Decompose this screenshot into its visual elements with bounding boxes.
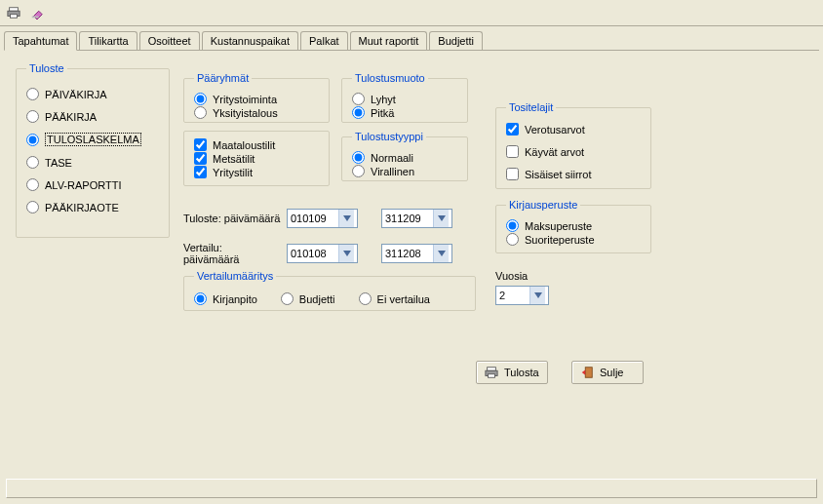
dropdown-icon[interactable] xyxy=(338,210,354,227)
tilit-opt-maataloustilit[interactable]: Maataloustilit xyxy=(194,138,319,151)
tab-muut-raportit[interactable]: Muut raportit xyxy=(350,31,428,51)
tulostusmuoto-group: Tulostusmuoto Lyhyt Pitkä xyxy=(341,72,468,123)
svg-marker-9 xyxy=(534,292,542,298)
paaryhmat-group: Pääryhmät Yritystoiminta Yksityistalous xyxy=(183,72,330,123)
tilit-opt-metsatilit[interactable]: Metsätilit xyxy=(194,152,319,165)
tulostustyyppi-group: Tulostustyyppi Normaali Virallinen xyxy=(341,131,468,181)
svg-marker-7 xyxy=(343,251,351,256)
tulostusmuoto-legend: Tulostusmuoto xyxy=(352,72,428,84)
tositelajit-group: Tositelajit Verotusarvot Käyvät arvot Si… xyxy=(495,101,651,189)
printer-icon xyxy=(7,6,20,19)
print-icon-button[interactable] xyxy=(3,2,24,23)
tositelajit-opt-sisaiset-siirrot[interactable]: Sisäiset siirrot xyxy=(506,168,641,180)
tositelajit-opt-verotusarvot[interactable]: Verotusarvot xyxy=(506,123,641,136)
tuloste-date-to-input[interactable] xyxy=(382,213,433,224)
tuloste-opt-tuloslaskelma[interactable]: TULOSLASKELMA xyxy=(26,133,159,146)
vertailu-date-from-input[interactable] xyxy=(288,248,338,259)
sulje-button[interactable]: Sulje xyxy=(571,361,644,384)
svg-marker-14 xyxy=(582,369,586,374)
printer-icon xyxy=(485,366,498,379)
tilit-group: Maataloustilit Metsätilit Yritystilit xyxy=(183,131,330,186)
chevron-down-icon xyxy=(343,251,351,256)
vuosia-input[interactable] xyxy=(496,290,529,301)
paaryhmat-opt-yritystoiminta[interactable]: Yritystoiminta xyxy=(194,93,319,105)
svg-marker-3 xyxy=(34,11,43,19)
tab-osoitteet[interactable]: Osoitteet xyxy=(139,31,200,51)
eraser-icon xyxy=(30,6,44,19)
dropdown-icon[interactable] xyxy=(338,245,354,262)
vertailumaaritys-opt-ei-vertailua[interactable]: Ei vertailua xyxy=(359,292,430,305)
tuloste-date-from-input[interactable] xyxy=(288,213,338,224)
tuloste-opt-alv-raportti[interactable]: ALV-RAPORTTI xyxy=(26,178,159,191)
tositelajit-opt-kayvat-arvot[interactable]: Käyvät arvot xyxy=(506,145,641,158)
tab-tilikartta[interactable]: Tilikartta xyxy=(79,31,137,51)
tab-budjetti[interactable]: Budjetti xyxy=(429,31,483,51)
dialog-buttons: Tulosta Sulje xyxy=(476,361,644,384)
vertailumaaritys-group: Vertailumääritys Kirjanpito Budjetti Ei … xyxy=(183,270,476,311)
chevron-down-icon xyxy=(534,292,542,298)
tulosta-button[interactable]: Tulosta xyxy=(476,361,548,384)
vuosia-combo[interactable] xyxy=(495,286,549,305)
vuosia-label: Vuosia xyxy=(495,270,528,282)
tulostustyyppi-opt-normaali[interactable]: Normaali xyxy=(352,151,457,164)
svg-rect-13 xyxy=(585,368,592,378)
tuloste-opt-paakirjaote[interactable]: PÄÄKIRJAOTE xyxy=(26,201,159,213)
vertailu-date-to[interactable] xyxy=(381,244,452,263)
eraser-icon-button[interactable] xyxy=(26,2,48,23)
status-bar xyxy=(6,479,817,498)
tab-palkat[interactable]: Palkat xyxy=(300,31,348,51)
vertailumaaritys-opt-kirjanpito[interactable]: Kirjanpito xyxy=(194,292,257,305)
tuloste-opt-tase[interactable]: TASE xyxy=(26,156,159,169)
chevron-down-icon xyxy=(438,215,446,221)
vertailu-date-from[interactable] xyxy=(287,244,358,263)
kirjausperuste-group: Kirjausperuste Maksuperuste Suoriteperus… xyxy=(495,199,651,253)
vertailu-date-label: Vertailu: päivämäärä xyxy=(183,242,281,265)
dropdown-icon[interactable] xyxy=(433,245,449,262)
tuloste-legend: Tuloste xyxy=(26,62,67,74)
tuloste-date-from[interactable] xyxy=(287,209,358,228)
tab-tapahtumat[interactable]: Tapahtumat xyxy=(4,31,77,51)
kirjausperuste-legend: Kirjausperuste xyxy=(506,199,580,211)
tuloste-date-row: Tuloste: päivämäärä xyxy=(183,209,452,228)
vertailumaaritys-legend: Vertailumääritys xyxy=(194,270,276,282)
svg-rect-12 xyxy=(489,374,495,378)
tuloste-opt-paakirja[interactable]: PÄÄKIRJA xyxy=(26,110,159,123)
svg-marker-5 xyxy=(343,215,351,221)
tuloste-group: Tuloste PÄIVÄKIRJA PÄÄKIRJA TULOSLASKELM… xyxy=(16,62,170,238)
tab-panel-tapahtumat: Tuloste PÄIVÄKIRJA PÄÄKIRJA TULOSLASKELM… xyxy=(4,50,819,342)
tulostusmuoto-opt-pitka[interactable]: Pitkä xyxy=(352,106,457,119)
tilit-opt-yritystilit[interactable]: Yritystilit xyxy=(194,166,319,178)
svg-marker-8 xyxy=(438,251,446,256)
kirjausperuste-opt-suoriteperuste[interactable]: Suoriteperuste xyxy=(506,233,641,246)
dropdown-icon[interactable] xyxy=(529,287,545,304)
kirjausperuste-opt-maksuperuste[interactable]: Maksuperuste xyxy=(506,219,641,232)
paaryhmat-opt-yksityistalous[interactable]: Yksityistalous xyxy=(194,106,319,119)
chevron-down-icon xyxy=(343,215,351,221)
tab-kustannuspaikat[interactable]: Kustannuspaikat xyxy=(202,31,298,51)
svg-rect-10 xyxy=(488,368,496,371)
tulostustyyppi-legend: Tulostustyyppi xyxy=(352,131,426,142)
chevron-down-icon xyxy=(438,251,446,256)
toolbar xyxy=(0,0,823,26)
vertailumaaritys-opt-budjetti[interactable]: Budjetti xyxy=(281,292,335,305)
close-door-icon xyxy=(580,366,594,379)
tulostusmuoto-opt-lyhyt[interactable]: Lyhyt xyxy=(352,93,457,105)
tuloste-date-to[interactable] xyxy=(381,209,452,228)
svg-marker-6 xyxy=(438,215,446,221)
dropdown-icon[interactable] xyxy=(433,210,449,227)
svg-rect-0 xyxy=(10,8,19,12)
tab-bar: Tapahtumat Tilikartta Osoitteet Kustannu… xyxy=(0,26,823,50)
tuloste-date-label: Tuloste: päivämäärä xyxy=(183,213,281,224)
tuloste-opt-paivakirja[interactable]: PÄIVÄKIRJA xyxy=(26,88,159,100)
vertailu-date-to-input[interactable] xyxy=(382,248,433,259)
vertailu-date-row: Vertailu: päivämäärä xyxy=(183,242,452,265)
paaryhmat-legend: Pääryhmät xyxy=(194,72,252,84)
svg-rect-4 xyxy=(32,17,39,19)
svg-rect-2 xyxy=(11,15,18,19)
tulostustyyppi-opt-virallinen[interactable]: Virallinen xyxy=(352,165,457,177)
tositelajit-legend: Tositelajit xyxy=(506,101,556,113)
